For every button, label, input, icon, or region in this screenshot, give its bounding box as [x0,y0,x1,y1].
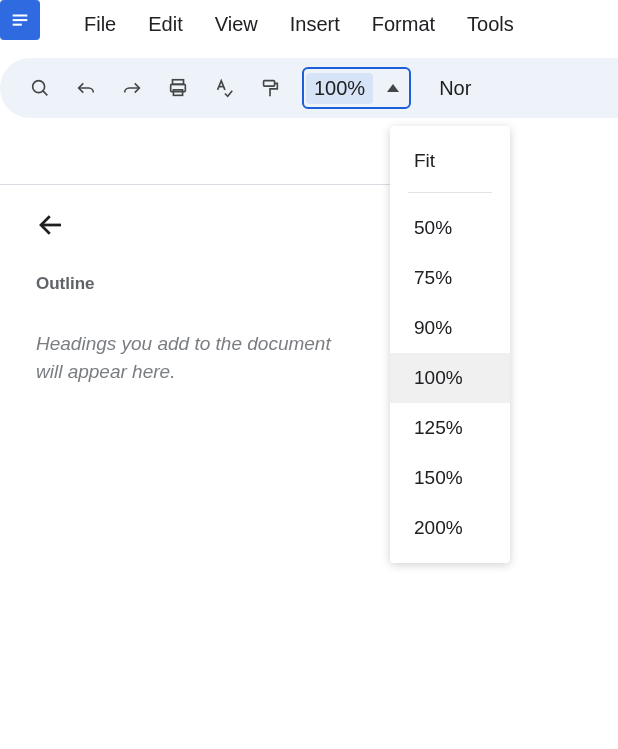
menubar: File Edit View Insert Format Tools [0,0,618,48]
zoom-option[interactable]: 200% [390,503,510,553]
zoom-option[interactable]: 100% [390,353,510,403]
undo-icon[interactable] [66,68,106,108]
svg-line-4 [43,91,47,95]
back-arrow-icon[interactable] [36,210,72,246]
docs-app-icon[interactable] [0,0,40,40]
svg-point-3 [33,81,45,93]
search-icon[interactable] [20,68,60,108]
paint-format-icon[interactable] [250,68,290,108]
paragraph-style-label[interactable]: Nor [439,77,471,100]
menu-view[interactable]: View [199,9,274,40]
svg-rect-2 [13,24,22,26]
dropdown-separator [408,192,492,193]
menu-tools[interactable]: Tools [451,9,530,40]
svg-rect-1 [13,19,28,21]
toolbar: 100% Nor [0,58,618,118]
outline-title: Outline [36,274,376,294]
menu-file[interactable]: File [68,9,132,40]
outline-placeholder: Headings you add to the document will ap… [36,330,346,385]
zoom-option[interactable]: 125% [390,403,510,453]
menu-edit[interactable]: Edit [132,9,198,40]
svg-rect-0 [13,15,28,17]
zoom-option-fit[interactable]: Fit [390,136,510,186]
caret-up-icon [387,84,399,92]
outline-pane: Outline Headings you add to the document… [36,210,376,385]
svg-rect-7 [173,90,182,96]
zoom-dropdown: Fit 50%75%90%100%125%150%200% [390,126,510,563]
redo-icon[interactable] [112,68,152,108]
svg-rect-9 [264,81,275,87]
zoom-combo[interactable]: 100% [302,67,411,109]
horizontal-divider [0,184,390,185]
zoom-option[interactable]: 75% [390,253,510,303]
zoom-option[interactable]: 150% [390,453,510,503]
zoom-value: 100% [306,73,373,104]
print-icon[interactable] [158,68,198,108]
menu-format[interactable]: Format [356,9,451,40]
zoom-option[interactable]: 90% [390,303,510,353]
spellcheck-icon[interactable] [204,68,244,108]
zoom-option[interactable]: 50% [390,203,510,253]
menu-insert[interactable]: Insert [274,9,356,40]
